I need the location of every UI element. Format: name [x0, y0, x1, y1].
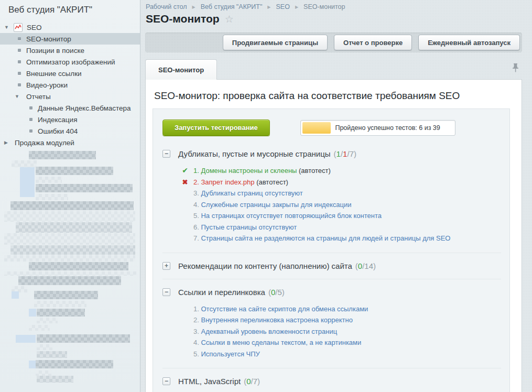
section-title: Дубликаты, пустые и мусорные страницы [178, 149, 331, 158]
breadcrumb-item-studio[interactable]: Веб студия "АКРИТ" [201, 3, 263, 10]
redacted-row [37, 344, 52, 350]
breadcrumb-item-desktop[interactable]: Рабочий стол [146, 3, 187, 10]
bullet-icon [18, 49, 21, 52]
sidebar-item-yandex-webmaster-data[interactable]: Данные Яндекс.Вебмастера [0, 102, 140, 114]
test-item-number: 4. [193, 339, 201, 346]
section-toggle-expand-icon[interactable]: + [162, 262, 170, 270]
test-item-link[interactable]: Пустые страницы отсутствуют [201, 223, 297, 231]
test-item-link[interactable]: Адекватный уровень вложенности страниц [201, 328, 337, 335]
bullet-icon [29, 118, 32, 121]
sidebar-item-reports[interactable]: ▼Отчеты [0, 91, 140, 102]
promoted-pages-button[interactable]: Продвигаемые страницы [223, 35, 328, 50]
sidebar-item-image-optimizer[interactable]: Оптимизатор изображений [0, 56, 140, 68]
test-item-link[interactable]: Дубликаты страниц отсутствуют [201, 189, 302, 197]
section-items: 1. Отсутствие на сайте скриптов для обме… [181, 303, 501, 360]
sidebar-item-search-positions[interactable]: Позиции в поиске [0, 45, 140, 56]
redacted-row [10, 201, 134, 210]
redacted-row [34, 301, 86, 307]
daily-autorun-button[interactable]: Ежедневный автозапуск [418, 35, 520, 50]
sidebar-item-label: SEO-монитор [26, 35, 71, 43]
sidebar-item-module-sales[interactable]: ▶Продажа модулей [0, 137, 140, 148]
test-item: 5. Используется ЧПУ [181, 349, 501, 360]
sidebar-item-errors-404[interactable]: Ошибки 404 [0, 125, 140, 137]
redacted-row [34, 291, 98, 299]
redacted-row [10, 245, 135, 255]
counter-passed: 1 [336, 149, 341, 158]
breadcrumb-separator-icon: ▶ [192, 5, 195, 9]
test-section: −Дубликаты, пустые и мусорные страницы(1… [162, 149, 501, 244]
test-section: −HTML, JavaScript(0/7)1. Важный контент … [162, 377, 501, 392]
sidebar-item-indexing[interactable]: Индексация [0, 114, 140, 125]
test-item: 1. Отсутствие на сайте скриптов для обме… [181, 303, 501, 315]
redacted-row [29, 262, 128, 270]
test-item-link[interactable]: Страницы сайта не разделяются на страниц… [201, 234, 450, 242]
test-item-number: 5. [193, 212, 201, 220]
tab-seo-monitor[interactable]: SEO-монитор [145, 59, 217, 80]
test-item-number: 1. [193, 167, 201, 175]
check-icon: ✔ [180, 165, 190, 177]
breadcrumb: Рабочий стол ▶ Веб студия "АКРИТ" ▶ SEO … [146, 3, 345, 10]
test-item-link[interactable]: Служебные страницы закрыты для индексаци… [201, 201, 351, 209]
section-toggle-collapse-icon[interactable]: − [162, 288, 170, 296]
favorite-star-icon[interactable]: ☆ [225, 13, 234, 25]
tree-expand-right-icon[interactable]: ▶ [4, 140, 14, 145]
test-item-number: 5. [193, 350, 201, 358]
counter-total: 14 [364, 262, 373, 270]
sidebar: Веб студия "АКРИТ" ▼SEOSEO-мониторПозици… [0, 0, 140, 392]
sidebar-item-label: Ошибки 404 [38, 127, 78, 135]
tree-expand-down-icon[interactable]: ▼ [15, 94, 26, 99]
redacted-row [12, 291, 19, 299]
section-divider [162, 253, 501, 253]
test-item-number: 2. [193, 178, 201, 186]
test-item-link[interactable]: На страницах отсутствует повторяющийся б… [201, 212, 382, 220]
redacted-row [16, 222, 132, 233]
test-item-link[interactable]: Ссылки в меню сделаны текстом, а не карт… [201, 339, 361, 346]
run-test-button[interactable]: Запустить тестирование [162, 119, 270, 136]
test-item-link[interactable]: Отсутствие на сайте скриптов для обмена … [201, 305, 368, 313]
section-counter: (1/1/7) [334, 149, 356, 158]
section-header: −Ссылки и перелинковка(0/5) [162, 288, 501, 297]
redacted-row [12, 160, 37, 167]
test-item-link[interactable]: Используется ЧПУ [201, 350, 259, 358]
section-toggle-collapse-icon[interactable]: − [162, 150, 170, 158]
counter-passed: 0 [246, 377, 251, 386]
redacted-row [4, 255, 135, 262]
section-header: −HTML, JavaScript(0/7) [162, 377, 501, 386]
counter-passed: 0 [271, 288, 275, 297]
sidebar-item-video-lessons[interactable]: Видео-уроки [0, 79, 140, 91]
section-toggle-collapse-icon[interactable]: − [162, 377, 170, 385]
section-items: ✔1. Домены настроены и склеены (автотест… [181, 165, 501, 244]
test-item-link[interactable]: Внутренняя перелинковка настроена коррек… [201, 316, 352, 324]
test-item-link[interactable]: Домены настроены и склеены [201, 167, 297, 175]
sidebar-item-label: Оптимизатор изображений [26, 58, 115, 66]
sidebar-item-label: Внешние ссылки [26, 70, 82, 78]
test-item-suffix: (автотест) [255, 178, 288, 186]
redacted-row [37, 318, 58, 323]
check-report-button[interactable]: Отчет о проверке [334, 35, 412, 50]
test-section: +Рекомендации по контенту (наполнению) с… [162, 262, 501, 270]
section-divider [162, 279, 501, 279]
breadcrumb-item-seo[interactable]: SEO [276, 3, 289, 10]
section-header: +Рекомендации по контенту (наполнению) с… [162, 262, 501, 270]
test-item-number: 1. [193, 305, 201, 313]
tree-expand-down-icon[interactable]: ▼ [4, 25, 14, 30]
section-title: HTML, JavaScript [178, 377, 241, 386]
redacted-row [18, 276, 121, 285]
test-item-number: 3. [193, 328, 201, 335]
sidebar-item-external-links[interactable]: Внешние ссылки [0, 68, 140, 79]
sidebar-item-seo[interactable]: ▼SEO [0, 21, 140, 33]
redacted-row [36, 360, 113, 368]
progress-bar: Пройдено успешно тестов: 6 из 39 [300, 120, 455, 136]
redacted-row [37, 309, 85, 317]
test-item: 2. Внутренняя перелинковка настроена кор… [181, 314, 501, 326]
redacted-row [36, 184, 133, 192]
cross-icon: ✖ [180, 177, 190, 188]
section-counter: (0/14) [355, 262, 376, 270]
pin-icon[interactable] [512, 63, 519, 74]
counter-passed: 0 [358, 262, 362, 270]
sidebar-item-seo-monitor[interactable]: SEO-монитор [0, 33, 140, 45]
test-item-link[interactable]: Запрет index.php [201, 178, 254, 186]
redacted-row [37, 376, 73, 383]
sidebar-item-label: SEO [27, 24, 42, 31]
section-counter: (0/7) [244, 377, 260, 386]
